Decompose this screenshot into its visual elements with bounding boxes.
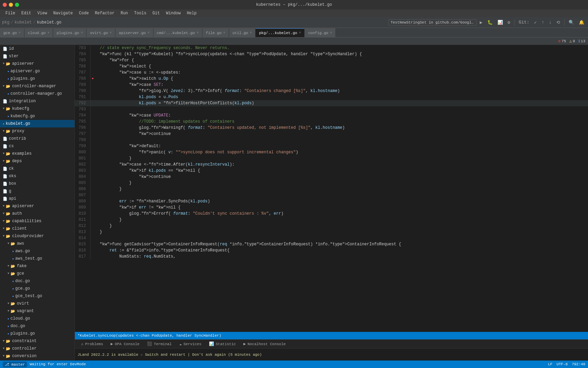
- run-button[interactable]: ▶: [478, 19, 484, 26]
- sidebar-item-apiserver[interactable]: ▼📂apiserver: [0, 202, 75, 210]
- tab-close-icon[interactable]: ×: [81, 31, 83, 35]
- tab-ovirt-go[interactable]: ovirt.go×: [86, 28, 115, 37]
- sidebar-item-oks[interactable]: 📄oks: [0, 172, 75, 180]
- sidebar-item-cloudprovider[interactable]: ▼📂cloudprovider: [0, 232, 75, 240]
- tab-pkg----kubelet-go[interactable]: pkg/...kubelet.go×: [256, 28, 305, 37]
- sidebar-item-kubelet-go[interactable]: ●kubelet.go: [0, 120, 75, 127]
- menu-item-git[interactable]: Git: [150, 10, 163, 16]
- line-content[interactable]: [97, 235, 588, 241]
- tab-file-go[interactable]: file.go×: [202, 28, 229, 37]
- menu-item-view[interactable]: View: [35, 10, 50, 16]
- sidebar-item-auth[interactable]: ▼📂auth: [0, 210, 75, 217]
- line-content[interactable]: glog."fn">Errorf( format: "Couldn't sync…: [97, 211, 588, 217]
- line-content[interactable]: "kw">continue: [97, 131, 588, 137]
- sidebar-item-vagrant[interactable]: ▼📂vagrant: [0, 307, 75, 315]
- line-content[interactable]: "kw">for {: [97, 57, 588, 63]
- line-content[interactable]: kl.pods = "fn">filterHostPortConflicts(k…: [97, 100, 588, 106]
- line-content[interactable]: }: [97, 223, 588, 229]
- sidebar-item-capabilities[interactable]: ▼📂capabilities: [0, 217, 75, 225]
- bottom-tab-services[interactable]: ☁Services: [176, 340, 205, 348]
- sidebar-item-kubecfg[interactable]: ▼📂kubecfg: [0, 105, 75, 112]
- error-count[interactable]: ⊘ 75: [558, 39, 566, 43]
- tab-cmd----kubelet-go[interactable]: cmd/...kubelet.go×: [153, 28, 202, 37]
- menu-item-window[interactable]: Window: [163, 10, 183, 16]
- line-content[interactable]: ret := &"field">info."type">ContainerInf…: [97, 247, 588, 254]
- breadcrumb-pkg[interactable]: pkg: [2, 20, 10, 25]
- line-content[interactable]: }: [97, 180, 588, 186]
- git-down[interactable]: ↓: [547, 19, 553, 26]
- tab-cloud-go[interactable]: cloud.go×: [24, 28, 53, 37]
- sidebar-item-conversion[interactable]: ▼📂conversion: [0, 352, 75, 360]
- sidebar-item-g[interactable]: 📄g: [0, 187, 75, 195]
- bottom-tab-terminal[interactable]: ⬛Terminal: [144, 340, 175, 348]
- tab-close-icon[interactable]: ×: [19, 31, 21, 35]
- line-content[interactable]: NumStats: req.NumStats,: [97, 254, 588, 260]
- sidebar-item-kubecfg-go[interactable]: ●kubecfg.go: [0, 112, 75, 120]
- search-icon[interactable]: 🔍: [567, 19, 576, 26]
- sidebar-item-contrib[interactable]: 📄contrib: [0, 135, 75, 142]
- tab-close-icon[interactable]: ×: [299, 31, 301, 35]
- line-content[interactable]: "kw">func (kl *"type">Kubelet) "fn">sync…: [97, 51, 588, 57]
- bottom-tab-problems[interactable]: ⚠Problems: [78, 340, 107, 348]
- bottom-tab-nocalhost-console[interactable]: ▶Nocalhost Console: [240, 340, 289, 348]
- warning-count[interactable]: △ 9: [570, 39, 575, 43]
- sidebar-item-doc-go[interactable]: ●doc.go: [0, 322, 75, 330]
- menu-item-navigate[interactable]: Navigate: [50, 10, 76, 16]
- line-content[interactable]: [97, 106, 588, 112]
- line-content[interactable]: //TODO: implement updates of containers: [97, 119, 588, 125]
- line-content[interactable]: err := "fn">handler.SyncPods(kl.pods): [97, 198, 588, 204]
- sidebar[interactable]: 📄id📄ster▼📂apiserver●apiserver.go●plugins…: [0, 45, 75, 361]
- sidebar-item-ovirt[interactable]: ▼📂ovirt: [0, 300, 75, 307]
- sidebar-item-plugins-go[interactable]: ●plugins.go: [0, 330, 75, 337]
- sidebar-item-ck[interactable]: 📄ck: [0, 165, 75, 172]
- debug-button[interactable]: 🐛: [486, 19, 494, 26]
- line-content[interactable]: "kw">func getCadvisor"type">ContainerInf…: [97, 241, 588, 247]
- sidebar-item-apiserver-go[interactable]: ●apiserver.go: [0, 67, 75, 75]
- minimize-button[interactable]: [9, 3, 13, 7]
- sidebar-item-client[interactable]: ▼📂client: [0, 225, 75, 232]
- menu-item-edit[interactable]: Edit: [19, 10, 34, 16]
- status-position[interactable]: 792:40: [572, 362, 585, 366]
- line-content[interactable]: "kw">continue: [97, 174, 588, 180]
- line-content[interactable]: kl.pods = u.Pods: [97, 94, 588, 100]
- sidebar-item-aws[interactable]: ▼📂aws: [0, 240, 75, 247]
- bottom-tab-statistic[interactable]: 📊Statistic: [206, 340, 239, 348]
- git-check[interactable]: ✓: [533, 19, 539, 26]
- line-content[interactable]: "kw">select {: [97, 63, 588, 70]
- sidebar-item-integration[interactable]: 📄integration: [0, 97, 75, 105]
- line-content[interactable]: "kw">case UPDATE:: [97, 112, 588, 119]
- line-content[interactable]: "kw">case u := <-updates:: [97, 70, 588, 76]
- sidebar-item-controller-manager-go[interactable]: ●controller-manager.go: [0, 90, 75, 97]
- settings-button[interactable]: ⚙: [506, 19, 512, 26]
- sidebar-item-apiserver[interactable]: ▼📂apiserver: [0, 60, 75, 67]
- git-revert[interactable]: ⟲: [555, 19, 562, 26]
- sidebar-item-gce-go[interactable]: ●gce.go: [0, 285, 75, 292]
- menu-item-help[interactable]: Help: [184, 10, 199, 16]
- tab-util-go[interactable]: util.go×: [229, 28, 256, 37]
- tab-close-icon[interactable]: ×: [110, 31, 112, 35]
- breadcrumb-file[interactable]: kubelet.go: [37, 20, 61, 25]
- sidebar-item-doc-go[interactable]: ●doc.go: [0, 277, 75, 285]
- line-content[interactable]: "fn">panic( v: "">syncLoop does not supp…: [97, 149, 588, 155]
- line-content[interactable]: "kw">if err != "kw">nil {: [97, 204, 588, 211]
- tab-close-icon[interactable]: ×: [197, 31, 199, 35]
- sidebar-item-examples[interactable]: ▼📂examples: [0, 150, 75, 157]
- tab-plugins-go[interactable]: plugins.go×: [53, 28, 86, 37]
- line-content[interactable]: }: [97, 155, 588, 162]
- sidebar-item-cloud-go[interactable]: ●cloud.go: [0, 315, 75, 322]
- sidebar-item-gce-test-go[interactable]: ●gce_test.go: [0, 292, 75, 300]
- breadcrumb-kubelet[interactable]: kubelet: [15, 20, 32, 25]
- close-button[interactable]: [3, 3, 7, 7]
- sidebar-item-box[interactable]: 📄box: [0, 180, 75, 187]
- menu-item-refactor[interactable]: Refactor: [92, 10, 117, 16]
- line-content[interactable]: }: [97, 229, 588, 235]
- tab-gce-go[interactable]: gce.go×: [0, 28, 24, 37]
- git-up[interactable]: ↑: [540, 19, 546, 26]
- sidebar-item-controller-manager[interactable]: ▼📂controller-manager: [0, 82, 75, 90]
- line-content[interactable]: [97, 137, 588, 143]
- git-branch[interactable]: ⎇ master: [3, 362, 27, 367]
- tab-close-icon[interactable]: ×: [223, 31, 225, 35]
- sidebar-item-api[interactable]: 📄api: [0, 195, 75, 202]
- bottom-tab-opa-console[interactable]: ▶OPA Console: [107, 340, 143, 348]
- sidebar-item-proxy[interactable]: ▼📂proxy: [0, 127, 75, 135]
